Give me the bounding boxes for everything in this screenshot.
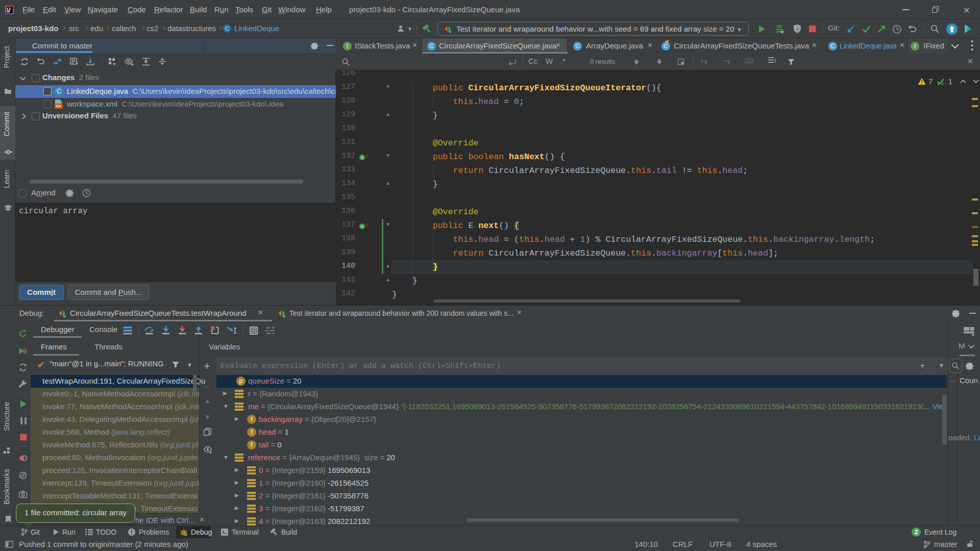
svg-text:2: 2 [815, 30, 817, 33]
svg-text:9: 9 [23, 347, 27, 355]
